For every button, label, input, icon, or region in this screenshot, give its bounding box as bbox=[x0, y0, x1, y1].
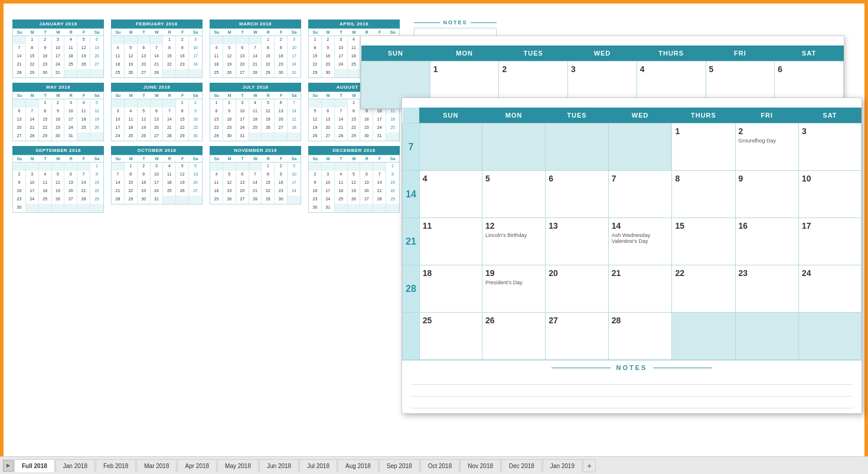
day-cell bbox=[77, 204, 90, 212]
day-cell: 23 bbox=[13, 196, 26, 204]
day-cell: 9 bbox=[176, 44, 189, 53]
day-cell bbox=[112, 36, 125, 44]
day-cell bbox=[360, 204, 373, 212]
day-cell: 23 bbox=[275, 187, 288, 196]
day-cell: 8 bbox=[26, 44, 39, 53]
day-cell: 5 bbox=[309, 108, 322, 116]
day-header: M bbox=[125, 92, 138, 99]
day-cell bbox=[151, 99, 164, 108]
day-cell: 21 bbox=[288, 116, 301, 124]
day-header: R bbox=[360, 155, 373, 163]
tab-item[interactable]: Jun 2018 bbox=[259, 459, 299, 472]
tab-item[interactable]: Mar 2018 bbox=[136, 459, 177, 472]
day-cell: 16 bbox=[360, 116, 373, 124]
day-cell: 13 bbox=[236, 53, 249, 61]
day-cell: 7 bbox=[163, 108, 176, 116]
day-cell: 16 bbox=[223, 116, 236, 124]
day-cell: 24 bbox=[322, 196, 335, 204]
day-cell: 13 bbox=[236, 179, 249, 187]
day-cell: 30 bbox=[309, 204, 322, 212]
mini-cal-header: JUNE 2018 bbox=[111, 83, 203, 92]
day-cell: 12 bbox=[223, 179, 236, 187]
day-cell: 8 bbox=[386, 171, 399, 179]
day-cell: 28 bbox=[77, 196, 90, 204]
tab-nav-left[interactable]: ▶ bbox=[3, 460, 14, 472]
tab-add-button[interactable]: + bbox=[583, 459, 596, 472]
day-cell: 21 bbox=[112, 187, 125, 196]
day-cell: 28 bbox=[373, 196, 386, 204]
day-header: Sa bbox=[288, 155, 301, 163]
day-header: Sa bbox=[386, 155, 399, 163]
tab-item[interactable]: Jan 2018 bbox=[56, 459, 95, 472]
tab-item[interactable]: Jul 2018 bbox=[299, 459, 337, 472]
day-cell: 5 bbox=[262, 99, 275, 108]
day-cell: 15 bbox=[348, 116, 361, 124]
day-cell bbox=[90, 204, 103, 212]
day-cell: 9 bbox=[275, 44, 288, 53]
day-cell: 4 bbox=[39, 171, 52, 179]
large-notes-title: NOTES bbox=[411, 364, 853, 371]
jan-col-sat: SAT bbox=[775, 46, 844, 61]
day-header: Sa bbox=[288, 29, 301, 36]
day-cell bbox=[482, 124, 545, 171]
day-cell: 22 bbox=[163, 61, 176, 69]
day-cell: 21 bbox=[13, 61, 26, 69]
tab-item[interactable]: Nov 2018 bbox=[460, 459, 501, 472]
day-cell: 1 bbox=[386, 163, 399, 171]
day-cell: 3 bbox=[26, 171, 39, 179]
day-header: R bbox=[64, 29, 77, 36]
day-cell: 25 bbox=[386, 124, 399, 132]
table-row: 7 1 2Groundhog Day 3 bbox=[403, 124, 862, 171]
day-cell: 29 bbox=[386, 196, 399, 204]
day-cell: 7 bbox=[608, 171, 672, 218]
mini-cal-header: FEBRUARY 2018 bbox=[111, 20, 203, 28]
day-cell: 9 bbox=[39, 44, 52, 53]
large-feb-table: SUN MON TUES WED THURS FRI SAT 7 1 2Grou… bbox=[402, 108, 862, 360]
day-cell bbox=[112, 163, 125, 171]
day-header: R bbox=[163, 29, 176, 36]
tab-item[interactable]: Jan 2019 bbox=[543, 459, 582, 472]
day-cell: 19 bbox=[52, 187, 65, 196]
tab-item[interactable]: Feb 2018 bbox=[96, 459, 136, 472]
day-header: F bbox=[77, 29, 90, 36]
day-cell: 18 bbox=[348, 53, 361, 61]
day-cell: 15 bbox=[262, 53, 275, 61]
tab-item[interactable]: Sep 2018 bbox=[379, 459, 420, 472]
day-cell: 28 bbox=[151, 69, 164, 77]
day-cell: 10 bbox=[288, 171, 301, 179]
day-cell: 1 bbox=[125, 163, 138, 171]
day-cell: 20 bbox=[275, 116, 288, 124]
day-header: F bbox=[275, 92, 288, 99]
day-cell: 3 bbox=[288, 163, 301, 171]
day-cell: 11 bbox=[125, 116, 138, 124]
day-header: W bbox=[249, 155, 262, 163]
day-cell: 15 bbox=[26, 53, 39, 61]
day-cell: 20 bbox=[64, 187, 77, 196]
day-cell: 30 bbox=[275, 69, 288, 77]
day-header: W bbox=[348, 155, 361, 163]
day-cell: 11 bbox=[77, 108, 90, 116]
day-header: Sa bbox=[90, 29, 103, 36]
day-header: W bbox=[249, 29, 262, 36]
mini-cal-grid: SuMTWRFSa1234567891011121314151617181920… bbox=[12, 92, 104, 141]
day-cell: 2 bbox=[189, 99, 202, 108]
day-cell: 22 bbox=[125, 187, 138, 196]
day-cell: 14Ash WednesdayValentine's Day bbox=[608, 218, 672, 265]
day-cell: 29 bbox=[125, 196, 138, 204]
tab-item[interactable]: May 2018 bbox=[217, 459, 259, 472]
day-header: Su bbox=[309, 155, 322, 163]
tab-item[interactable]: Apr 2018 bbox=[177, 459, 217, 472]
tab-item[interactable]: Dec 2018 bbox=[501, 459, 542, 472]
tab-item[interactable]: Full 2018 bbox=[14, 459, 55, 472]
day-cell: 28 bbox=[112, 196, 125, 204]
tab-item[interactable]: Aug 2018 bbox=[338, 459, 378, 472]
week-num-header bbox=[403, 108, 420, 124]
day-cell bbox=[335, 69, 348, 77]
day-cell: 26 bbox=[52, 196, 65, 204]
large-notes-lines[interactable] bbox=[411, 374, 853, 408]
day-cell bbox=[163, 99, 176, 108]
day-cell: 12 bbox=[52, 179, 65, 187]
tab-item[interactable]: Oct 2018 bbox=[420, 459, 460, 472]
day-cell: 29 bbox=[262, 196, 275, 204]
day-cell: 4 bbox=[125, 108, 138, 116]
